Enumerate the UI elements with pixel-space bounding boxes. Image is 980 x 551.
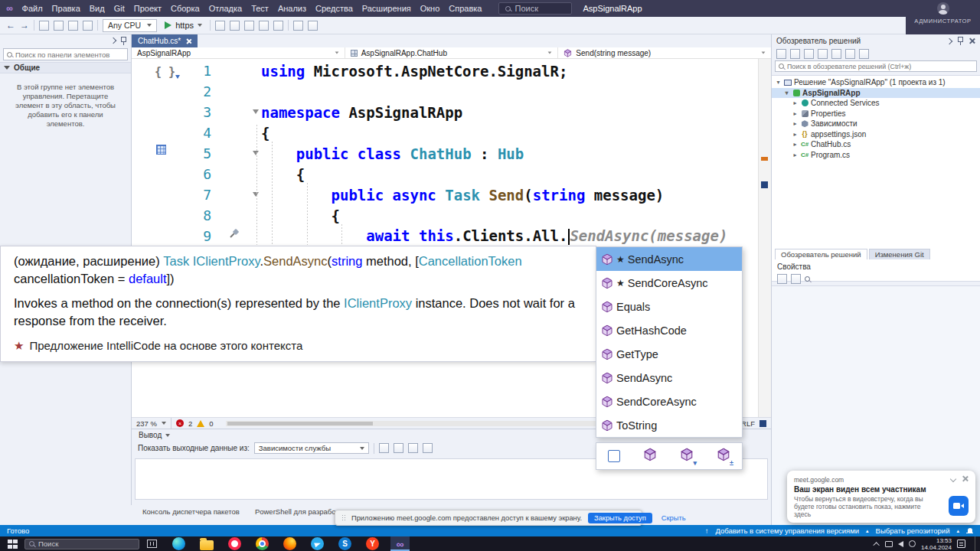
completion-item[interactable]: GetHashCode xyxy=(596,318,742,342)
pc-tray-icon[interactable] xyxy=(885,541,893,547)
scrollbar-thumb[interactable] xyxy=(227,422,373,425)
alphabetical-icon[interactable] xyxy=(791,274,801,284)
menu-item[interactable]: Git xyxy=(109,4,129,13)
task-view-icon[interactable] xyxy=(147,540,157,548)
pin-output-icon[interactable] xyxy=(423,443,433,453)
close-icon[interactable] xyxy=(962,475,969,482)
quick-search-box[interactable]: Поиск xyxy=(498,2,572,15)
tree-item[interactable]: ▾AspSignalRApp xyxy=(772,88,980,99)
expander-icon[interactable]: ▾ xyxy=(775,79,782,86)
breadcrumb-class[interactable]: AspSignalRApp.ChatHub xyxy=(345,47,559,58)
menu-item[interactable]: Отладка xyxy=(204,4,247,13)
breadcrumb-project[interactable]: AspSignalRApp xyxy=(132,47,345,58)
add-to-source-control-button[interactable]: Добавить в систему управления версиями xyxy=(715,527,859,535)
tree-item[interactable]: ▸C#Program.cs xyxy=(772,150,980,161)
error-count[interactable]: 2 xyxy=(188,419,192,428)
select-repository-button[interactable]: Выбрать репозиторий xyxy=(876,527,950,535)
configuration-dropdown[interactable]: Any CPU xyxy=(103,19,157,32)
chrome-taskbar-button[interactable] xyxy=(253,536,272,551)
network-tray-icon[interactable] xyxy=(909,540,916,547)
home-icon[interactable] xyxy=(776,49,786,59)
close-icon[interactable] xyxy=(969,37,975,44)
menu-item[interactable]: Справка xyxy=(444,4,486,13)
fold-chevron-icon[interactable] xyxy=(253,109,259,114)
code-text[interactable]: public class ChatHub : Hub xyxy=(261,145,524,162)
comment-icon[interactable] xyxy=(308,21,318,31)
save-icon[interactable] xyxy=(68,21,78,31)
switch-views-icon[interactable] xyxy=(790,49,800,59)
menu-item[interactable]: Анализ xyxy=(273,4,311,13)
wrap-output-icon[interactable] xyxy=(408,443,418,453)
hide-share-bar-button[interactable]: Скрыть xyxy=(658,513,689,523)
menu-item[interactable]: Средства xyxy=(311,4,358,13)
tree-item[interactable]: ▸Connected Services xyxy=(772,98,980,109)
solution-explorer-search[interactable] xyxy=(775,60,977,72)
navigate-forward-icon[interactable]: → xyxy=(20,20,29,31)
pin-icon[interactable] xyxy=(119,37,127,45)
menu-item[interactable]: Проект xyxy=(129,4,166,13)
code-text[interactable]: namespace AspSignalRApp xyxy=(261,104,462,121)
refresh-icon[interactable] xyxy=(818,49,828,59)
show-all-files-icon[interactable] xyxy=(845,49,855,59)
code-text[interactable]: using Microsoft.AspNetCore.SignalR; xyxy=(261,63,567,80)
quick-actions-icon[interactable] xyxy=(228,228,240,243)
action-center-icon[interactable] xyxy=(957,540,965,548)
extension-methods-filter-icon[interactable]: ▾ xyxy=(680,448,694,465)
notifications-bell-icon[interactable] xyxy=(966,527,973,535)
redo-icon[interactable] xyxy=(273,21,283,31)
fold-chevron-icon[interactable] xyxy=(253,192,259,197)
menu-item[interactable]: Тест xyxy=(247,4,273,13)
toolbox-search[interactable] xyxy=(3,48,128,60)
menu-item[interactable]: Сборка xyxy=(166,4,204,13)
completion-item[interactable]: SendCoreAsync xyxy=(596,390,742,413)
close-icon[interactable] xyxy=(186,38,191,44)
chevron-down-icon[interactable] xyxy=(950,475,956,481)
taskbar-search-box[interactable]: Поиск xyxy=(24,539,139,549)
tray-expand-icon[interactable] xyxy=(873,542,879,548)
toolbox-section-general[interactable]: Общие xyxy=(0,62,131,73)
telegram-taskbar-button[interactable] xyxy=(308,536,327,551)
import-items-filter-icon[interactable]: ± xyxy=(717,448,730,465)
expander-icon[interactable]: ▸ xyxy=(792,152,799,158)
account-block[interactable]: АДМИНИСТРАТОР xyxy=(906,0,980,34)
code-text[interactable]: await this.Clients.All.SendAsync(message… xyxy=(261,227,727,245)
tree-item[interactable]: ▸Properties xyxy=(772,109,980,119)
save-all-icon[interactable] xyxy=(83,21,93,31)
document-tab-chathub[interactable]: ChatHub.cs* xyxy=(132,34,198,47)
collapse-all-icon[interactable] xyxy=(831,49,841,59)
undo-icon[interactable] xyxy=(259,21,269,31)
vertical-scrollbar[interactable] xyxy=(758,59,771,417)
show-desktop-strip[interactable] xyxy=(975,536,978,551)
meet-notification-card[interactable]: meet.google.com Ваш экран виден всем уча… xyxy=(787,471,975,523)
tree-item[interactable]: ▾Решение "AspSignalRApp" (1 проекта из 1… xyxy=(772,77,980,88)
start-debugging-button[interactable]: https xyxy=(162,21,205,30)
completion-item[interactable]: SendAsync xyxy=(596,366,742,390)
hot-reload-icon[interactable] xyxy=(230,21,240,31)
dock-chevron-icon[interactable] xyxy=(946,37,952,44)
search-icon[interactable] xyxy=(805,276,810,282)
code-text[interactable]: { xyxy=(261,207,340,224)
menu-item[interactable]: Окно xyxy=(416,4,445,13)
categorized-icon[interactable] xyxy=(777,274,787,284)
panel-tab[interactable]: Изменения Git xyxy=(869,249,930,259)
find-in-files-icon[interactable] xyxy=(293,21,303,31)
completion-item[interactable]: ★SendCoreAsync xyxy=(596,271,742,295)
bottom-tab[interactable]: Консоль диспетчера пакетов xyxy=(142,507,240,516)
visual-studio-taskbar-button[interactable] xyxy=(390,536,410,551)
completion-item[interactable]: Equals xyxy=(596,295,742,318)
step-over-icon[interactable] xyxy=(244,21,254,31)
breadcrumb-method[interactable]: Send(string message) xyxy=(558,47,771,58)
table-indicator-icon[interactable] xyxy=(156,145,166,155)
output-source-dropdown[interactable]: Зависимости службы xyxy=(254,442,369,454)
firefox-taskbar-button[interactable] xyxy=(280,536,299,551)
pin-icon[interactable] xyxy=(956,37,964,45)
code-text[interactable]: { xyxy=(261,125,270,142)
yandex-taskbar-button[interactable] xyxy=(363,536,382,551)
clear-output-icon[interactable] xyxy=(394,443,403,453)
dock-chevron-icon[interactable] xyxy=(110,37,116,44)
expander-icon[interactable]: ▸ xyxy=(792,110,799,117)
code-text[interactable]: { xyxy=(261,166,305,183)
expander-icon[interactable]: ▾ xyxy=(783,90,790,96)
skype-taskbar-button[interactable] xyxy=(335,536,354,551)
warning-count[interactable]: 0 xyxy=(209,419,213,428)
